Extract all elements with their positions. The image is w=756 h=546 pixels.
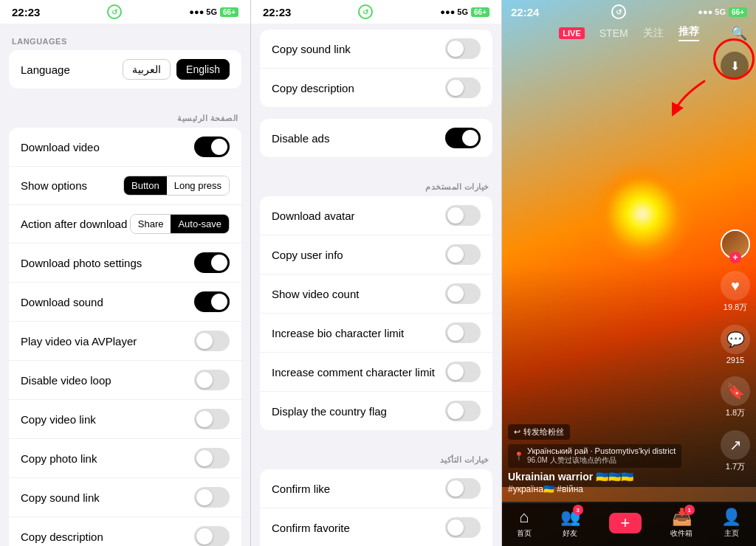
share-count: 1.7万 (726, 461, 745, 472)
refresh-icon-2: ↺ (358, 4, 373, 19)
nav-inbox[interactable]: 📥 1 收件箱 (670, 508, 693, 539)
copy-description-row: Copy description (9, 517, 241, 546)
confirm-favorite-toggle[interactable] (445, 517, 481, 538)
comment-count: 2915 (726, 356, 744, 364)
repost-badge[interactable]: ↩ 转发给粉丝 (508, 424, 570, 440)
scroll-content-2[interactable]: Copy sound link Copy description Disable… (251, 24, 501, 546)
country-flag-row: Display the country flag (260, 392, 492, 430)
disable-loop-row: Disable video loop (9, 361, 241, 400)
disable-loop-toggle[interactable] (194, 370, 230, 390)
copy-video-link-toggle[interactable] (194, 409, 230, 429)
confirm-favorite-label: Confirm favorite (272, 522, 350, 534)
confirm-settings-card: Confirm like Confirm favorite Confirm co… (260, 469, 492, 546)
disable-ads-row-2: Disable ads (260, 119, 492, 157)
like-action[interactable]: ♥ 19.8万 (721, 271, 750, 313)
copy-description-toggle[interactable] (194, 526, 230, 546)
btn-share[interactable]: Share (131, 215, 171, 233)
show-video-count-toggle[interactable] (445, 283, 481, 304)
tab-recommend[interactable]: 推荐 (678, 25, 699, 41)
copy-user-info-label-2: Copy user info (272, 249, 343, 261)
section-user-header-2: خيارات المستخدم (251, 169, 501, 196)
copy-user-info-toggle-2[interactable] (445, 244, 481, 265)
copy-desc-toggle-2[interactable] (445, 77, 481, 98)
lang-english-btn[interactable]: English (176, 59, 230, 80)
download-photo-toggle[interactable] (194, 252, 230, 273)
nav-home[interactable]: ⌂ 首页 (517, 508, 532, 539)
comment-char-limit-toggle[interactable] (445, 362, 481, 382)
nav-plus[interactable]: + (609, 513, 642, 533)
disable-ads-label-2: Disable ads (272, 132, 329, 145)
red-arrow-annotation (667, 74, 712, 118)
bottom-nav: ⌂ 首页 👥 3 好友 + 📥 1 收件箱 👤 主页 (502, 502, 756, 546)
status-icons-2: ●●● 5G 66+ (440, 7, 489, 17)
copy-sound-toggle-2[interactable] (445, 38, 481, 59)
like-count: 19.8万 (724, 302, 747, 313)
tab-follow[interactable]: 关注 (643, 27, 664, 40)
profile-icon: 👤 (721, 508, 741, 527)
inbox-badge-container: 📥 1 (672, 508, 692, 527)
repost-icon: ↩ (514, 427, 520, 437)
tiktok-nav-tabs: LIVE STEM 关注 推荐 🔍 (502, 21, 756, 46)
confirm-like-label: Confirm like (272, 483, 330, 495)
share-icon: ↗ (721, 430, 750, 460)
action-after-download-label: Action after download (21, 218, 127, 230)
refresh-icon-1: ↺ (107, 4, 122, 19)
confirm-favorite-row: Confirm favorite (260, 508, 492, 546)
section-languages-header: LANGUAGES (0, 24, 250, 50)
lang-arabic-btn[interactable]: العربية (123, 59, 171, 80)
comment-action[interactable]: 💬 2915 (721, 325, 750, 364)
play-avplayer-toggle[interactable] (194, 331, 230, 351)
disable-ads-card-2: Disable ads (260, 119, 492, 157)
bookmark-action[interactable]: 🔖 1.8万 (721, 376, 750, 418)
download-avatar-row-2: Download avatar (260, 196, 492, 235)
share-action[interactable]: ↗ 1.7万 (721, 430, 750, 472)
copy-desc-row-2: Copy description (260, 69, 492, 107)
copy-sound-link-label: Copy sound link (21, 491, 100, 504)
nav-home-label: 首页 (517, 528, 532, 539)
download-video-row: Download video (9, 128, 241, 167)
battery-1: 66+ (220, 7, 238, 17)
location-badge[interactable]: 📍 Український рай · Pustomytivs'kyi dist… (508, 444, 681, 468)
location-text: Український рай · Pustomytivs'kyi distri… (527, 446, 676, 466)
copy-photo-link-label: Copy photo link (21, 452, 97, 465)
scroll-content-1[interactable]: LANGUAGES Language العربية English الصفح… (0, 24, 250, 546)
country-flag-label: Display the country flag (272, 405, 387, 418)
inbox-badge: 1 (684, 505, 695, 515)
btn-button[interactable]: Button (124, 176, 167, 195)
show-options-label: Show options (21, 179, 87, 192)
copy-sound-link-toggle[interactable] (194, 487, 230, 508)
play-avplayer-label: Play video via AVPlayer (21, 335, 137, 348)
btn-longpress[interactable]: Long press (167, 176, 229, 195)
copy-description-label: Copy description (21, 531, 103, 543)
location-main: Український рай · Pustomytivs'kyi distri… (527, 446, 676, 455)
action-btngroup: Share Auto-save (130, 214, 230, 234)
top-card-2: Copy sound link Copy description (260, 30, 492, 107)
tab-stem[interactable]: STEM (599, 27, 628, 39)
disable-ads-toggle-2[interactable] (445, 128, 481, 148)
confirm-like-row: Confirm like (260, 469, 492, 508)
confirm-like-toggle[interactable] (445, 478, 481, 499)
copy-photo-link-toggle[interactable] (194, 448, 230, 469)
video-tags: #україна🇺🇦 #війна (508, 484, 712, 494)
download-avatar-toggle-2[interactable] (445, 205, 481, 226)
copy-video-link-label: Copy video link (21, 413, 96, 426)
bio-char-limit-row: Increase bio character limit (260, 314, 492, 353)
signal-icon-2: ●●● 5G (440, 7, 468, 16)
location-sub: 96.0M 人赞过该地点的作品 (527, 455, 676, 466)
nav-profile[interactable]: 👤 主页 (721, 508, 741, 539)
copy-user-info-row-2: Copy user info (260, 235, 492, 274)
country-flag-toggle[interactable] (445, 401, 481, 421)
language-label: Language (21, 63, 70, 76)
plus-button[interactable]: + (609, 513, 642, 533)
download-video-toggle[interactable] (194, 136, 230, 157)
comment-char-limit-label: Increase comment character limit (272, 366, 435, 379)
side-actions: + ♥ 19.8万 💬 2915 🔖 1.8万 ↗ 1.7万 (721, 229, 750, 472)
creator-avatar-item[interactable]: + (721, 229, 750, 259)
download-sound-toggle[interactable] (194, 291, 230, 312)
btn-autosave[interactable]: Auto-save (171, 215, 229, 233)
time-1: 22:23 (12, 6, 40, 18)
section-main-header: الصفحة الرئيسية (0, 100, 250, 128)
bio-char-limit-toggle[interactable] (445, 322, 481, 343)
nav-friends[interactable]: 👥 3 好友 (560, 508, 580, 539)
copy-sound-label-2: Copy sound link (272, 43, 351, 55)
